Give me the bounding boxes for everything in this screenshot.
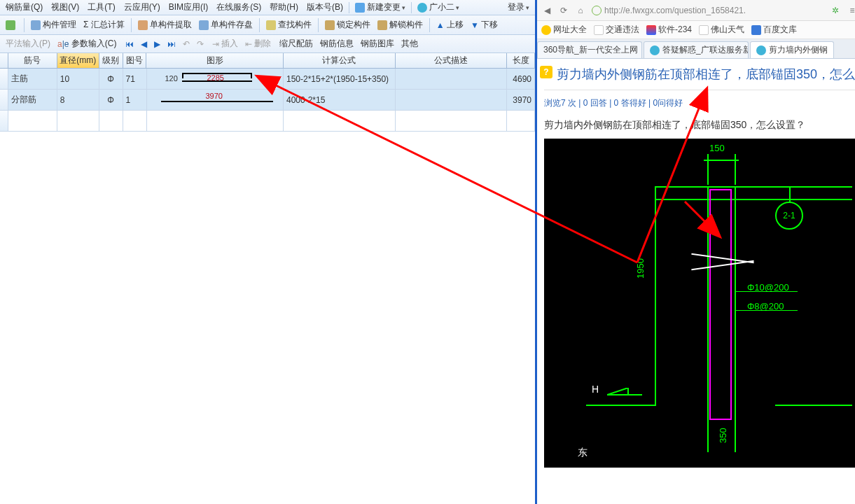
undo[interactable]: ↶ <box>180 38 193 50</box>
cad-drawing: 150 1950 350 Φ10@200 Φ8@200 2-1 H <box>544 139 855 468</box>
browser-toolbar: ◀ ⟳ ⌂ http://e.fwxgx.com/question_165842… <box>537 0 855 21</box>
cell-jinhao[interactable]: 分部筋 <box>8 90 57 110</box>
cell-shape[interactable]: 3970 <box>147 90 284 110</box>
toggle-icon[interactable] <box>3 19 20 31</box>
single-save[interactable]: 单构件存盘 <box>196 18 256 32</box>
col-tuhao[interactable]: 图号 <box>123 53 147 68</box>
browser-tab[interactable]: 剪力墙内外侧钢 <box>750 41 834 58</box>
cell-tuhao[interactable]: 71 <box>123 69 147 89</box>
login-menu[interactable]: 登录 <box>503 0 534 15</box>
globe-icon <box>592 6 602 15</box>
menu-bim[interactable]: BIM应用(I) <box>165 0 213 15</box>
table-header: 筋号 直径(mm) 级别 图号 图形 计算公式 公式描述 长度 <box>0 53 535 69</box>
toolbar-edit: 平法输入(P) a|e 参数输入(C) ⏮ ◀ ▶ ⏭ ↶ ↷ ⇥ 插入 ⇤ 删… <box>0 35 535 53</box>
cell-dia[interactable]: 8 <box>57 90 99 110</box>
find-component[interactable]: 查找构件 <box>263 18 314 32</box>
menu-cloud[interactable]: 云应用(Y) <box>120 0 165 15</box>
cell-jinhao[interactable]: 主筋 <box>8 69 57 89</box>
browser-tab[interactable]: 答疑解惑_广联达服务新…✕ <box>644 41 749 58</box>
cell-formula[interactable]: 150-2*15+2*(1950-15+350) <box>284 69 396 89</box>
page-content: ? 剪力墙内外侧钢筋在顶部相连了，底部锚固350，怎么 浏览7 次 | 0 回答… <box>537 59 855 504</box>
back-icon[interactable]: ◀ <box>541 5 552 16</box>
other-menu[interactable]: 其他 <box>398 36 421 51</box>
nav-next[interactable]: ▶ <box>151 38 163 50</box>
col-formula[interactable]: 计算公式 <box>284 53 396 68</box>
cell-shape[interactable]: 120 2285 <box>147 69 284 89</box>
user-menu[interactable]: 广小二 <box>413 0 464 15</box>
menu-tools[interactable]: 工具(T) <box>83 0 119 15</box>
col-jinhao[interactable]: 筋号 <box>8 53 57 68</box>
tab-bar: 360导航_新一代安全上网✕ 答疑解惑_广联达服务新…✕ 剪力墙内外侧钢 <box>537 39 855 59</box>
svg-marker-0 <box>607 388 628 395</box>
bookmark-item[interactable]: 百度文库 <box>751 24 797 36</box>
url-text: http://e.fwxgx.com/question_1658421. <box>604 6 746 15</box>
menu-icon[interactable]: ≡ <box>847 5 855 16</box>
home-icon[interactable]: ⌂ <box>575 5 586 16</box>
cell-dia[interactable]: 10 <box>57 69 99 89</box>
rebar-lib[interactable]: 钢筋图库 <box>358 36 397 51</box>
cell-length[interactable]: 3970 <box>507 90 535 110</box>
new-change-button[interactable]: 新建变更 <box>351 0 410 15</box>
cell-level[interactable]: Φ <box>99 69 123 89</box>
table-row[interactable] <box>0 111 535 132</box>
unlock-component[interactable]: 解锁构件 <box>375 18 426 32</box>
col-length[interactable]: 长度 <box>507 53 535 68</box>
menu-view[interactable]: 视图(V) <box>47 0 83 15</box>
flat-input[interactable]: 平法输入(P) <box>3 36 53 51</box>
move-down[interactable]: ▼ 下移 <box>468 18 501 32</box>
scale-rebar[interactable]: 缩尺配筋 <box>277 36 316 51</box>
table-row[interactable]: 分部筋 8 Φ 1 3970 4000-2*15 3970 <box>0 90 535 111</box>
bookmark-item[interactable]: 佛山天气 <box>699 24 744 36</box>
cell-level[interactable]: Φ <box>99 90 123 110</box>
nav-first[interactable]: ⏮ <box>123 38 137 50</box>
rebar-info[interactable]: 钢筋信息 <box>317 36 356 51</box>
col-shape[interactable]: 图形 <box>146 53 283 68</box>
component-manage[interactable]: 构件管理 <box>28 18 79 32</box>
bookmark-item[interactable]: 交通违法 <box>594 24 639 36</box>
nav-last[interactable]: ⏭ <box>165 38 179 50</box>
redo[interactable]: ↷ <box>194 38 207 50</box>
rebar-app: 钢筋量(Q) 视图(V) 工具(T) 云应用(Y) BIM应用(I) 在线服务(… <box>0 0 537 504</box>
reload-icon[interactable]: ⟳ <box>558 5 569 16</box>
menu-online[interactable]: 在线服务(S) <box>212 0 265 15</box>
col-desc[interactable]: 公式描述 <box>396 53 508 68</box>
table-body: 主筋 10 Φ 71 120 2285 150-2*15+2*(1950-15+… <box>0 69 535 504</box>
cell-tuhao[interactable]: 1 <box>123 90 147 110</box>
sum-calc[interactable]: Σ 汇总计算 <box>81 18 127 32</box>
toolbar-main: 构件管理 Σ 汇总计算 单构件提取 单构件存盘 查找构件 锁定构件 解锁构件 ▲… <box>0 15 535 35</box>
insert-row[interactable]: ⇥ 插入 <box>209 36 241 51</box>
question-body: 剪力墙内外侧钢筋在顶部相连了，底部锚固350，怎么设置？ <box>544 119 855 132</box>
bookmarks-bar: 网址大全 交通违法 软件-234 佛山天气 百度文库 <box>537 21 855 39</box>
cell-desc[interactable] <box>396 69 508 89</box>
delete-row[interactable]: ⇤ 删除 <box>242 36 274 51</box>
cell-length[interactable]: 4690 <box>507 69 535 89</box>
browser-tab[interactable]: 360导航_新一代安全上网✕ <box>537 41 642 58</box>
menu-steel[interactable]: 钢筋量(Q) <box>1 0 47 15</box>
url-bar[interactable]: http://e.fwxgx.com/question_1658421. <box>592 6 824 15</box>
bookmark-item[interactable]: 软件-234 <box>646 24 692 36</box>
menu-help[interactable]: 帮助(H) <box>265 0 303 15</box>
cell-formula[interactable]: 4000-2*15 <box>284 90 396 110</box>
move-up[interactable]: ▲ 上移 <box>433 18 466 32</box>
lock-component[interactable]: 锁定构件 <box>322 18 373 32</box>
col-level[interactable]: 级别 <box>99 53 123 68</box>
question-meta: 浏览7 次 | 0 回答 | 0 答得好 | 0问得好 <box>544 97 855 109</box>
question-badge-icon: ? <box>540 66 552 78</box>
ext-icon[interactable]: ✲ <box>830 5 841 16</box>
bookmark-item[interactable]: 网址大全 <box>541 24 587 36</box>
browser-pane: ◀ ⟳ ⌂ http://e.fwxgx.com/question_165842… <box>537 0 855 504</box>
single-extract[interactable]: 单构件提取 <box>135 18 195 32</box>
nav-prev[interactable]: ◀ <box>138 38 150 50</box>
menubar: 钢筋量(Q) 视图(V) 工具(T) 云应用(Y) BIM应用(I) 在线服务(… <box>0 0 535 15</box>
menu-version[interactable]: 版本号(B) <box>303 0 347 15</box>
col-diameter[interactable]: 直径(mm) <box>57 53 99 68</box>
param-input[interactable]: a|e 参数输入(C) <box>55 36 120 51</box>
question-title: 剪力墙内外侧钢筋在顶部相连了，底部锚固350，怎么 <box>544 66 855 83</box>
table-row[interactable]: 主筋 10 Φ 71 120 2285 150-2*15+2*(1950-15+… <box>0 69 535 90</box>
cell-desc[interactable] <box>396 90 508 110</box>
